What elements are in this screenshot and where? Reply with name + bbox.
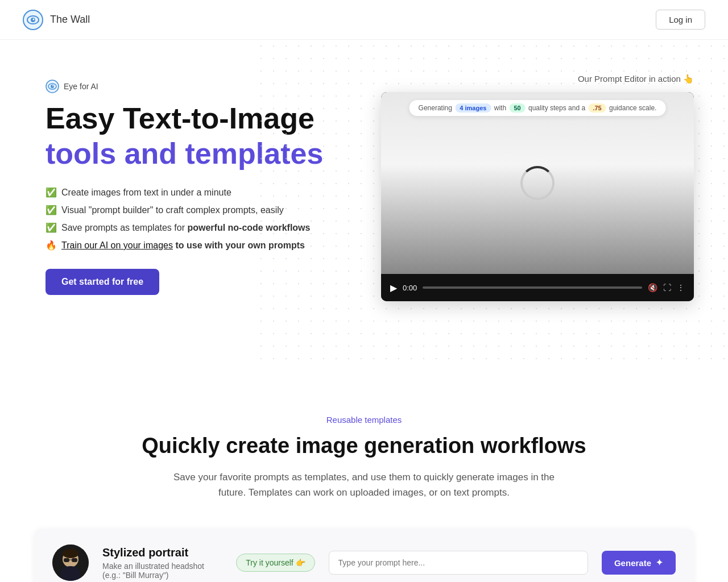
more-icon[interactable]: ⋮ xyxy=(677,283,685,292)
hero-headline-1: Easy Text-to-Image xyxy=(46,102,358,135)
hero-right: Our Prompt Editor in action 👆 Generating… xyxy=(381,74,694,301)
video-time: 0:00 xyxy=(403,284,417,292)
mute-icon[interactable]: 🔇 xyxy=(648,283,657,292)
cta-button[interactable]: Get started for free xyxy=(46,269,159,295)
feature-item-3: ✅ Save prompts as templates for powerful… xyxy=(46,222,358,233)
card-avatar xyxy=(52,544,89,581)
pill-steps: 50 xyxy=(509,103,525,113)
logo-icon xyxy=(23,10,43,30)
nav-left: The Wall xyxy=(23,10,90,30)
eyebrow: Eye for AI xyxy=(46,80,358,93)
templates-section: Reusable templates Quickly create image … xyxy=(0,369,728,582)
generate-label: Generate xyxy=(614,558,651,568)
card-title: Stylized portrait xyxy=(102,546,222,559)
template-card: Stylized portrait Make an illustrated he… xyxy=(34,529,694,582)
loading-spinner xyxy=(520,166,555,200)
prompt-input[interactable] xyxy=(329,551,588,575)
card-description: Make an illustrated headshot (e.g.: "Bil… xyxy=(102,562,222,580)
pill-images: 4 images xyxy=(455,103,491,113)
fullscreen-icon[interactable]: ⛶ xyxy=(663,283,671,292)
video-caption-bar: Generating 4 images with 50 quality step… xyxy=(410,100,666,116)
check-icon-2: ✅ xyxy=(46,205,57,215)
hero-headline-2: tools and templates xyxy=(46,137,358,171)
hero-left: Eye for AI Easy Text-to-Image tools and … xyxy=(46,74,358,295)
card-info: Stylized portrait Make an illustrated he… xyxy=(102,546,222,580)
video-label: Our Prompt Editor in action 👆 xyxy=(381,74,694,84)
pill-scale: .75 xyxy=(588,103,606,113)
feature-list: ✅ Create images from text in under a min… xyxy=(46,187,358,251)
app-title: The Wall xyxy=(50,14,90,26)
generate-button[interactable]: Generate ✦ xyxy=(602,551,676,575)
avatar-image xyxy=(52,544,89,581)
video-control-icons: 🔇 ⛶ ⋮ xyxy=(648,283,685,292)
navbar: The Wall Log in xyxy=(0,0,728,40)
check-icon-3: ✅ xyxy=(46,222,57,233)
hero-section: Eye for AI Easy Text-to-Image tools and … xyxy=(0,40,728,369)
video-preview: Generating 4 images with 50 quality step… xyxy=(381,92,694,274)
login-button[interactable]: Log in xyxy=(656,10,705,30)
svg-rect-11 xyxy=(64,558,69,562)
eyebrow-logo-icon xyxy=(46,80,59,93)
feature-item-2: ✅ Visual "prompt builder" to craft compl… xyxy=(46,205,358,215)
section-heading: Quickly create image generation workflow… xyxy=(23,434,705,458)
video-controls: ▶ 0:00 🔇 ⛶ ⋮ xyxy=(381,274,694,301)
svg-point-3 xyxy=(33,18,35,20)
play-button[interactable]: ▶ xyxy=(390,282,397,293)
svg-rect-12 xyxy=(72,558,77,562)
section-description: Save your favorite prompts as templates,… xyxy=(165,469,563,500)
try-it-badge[interactable]: Try it yourself 👉 xyxy=(236,554,315,572)
video-progress-bar[interactable] xyxy=(423,286,642,289)
svg-point-6 xyxy=(51,85,54,88)
feature-item-1: ✅ Create images from text in under a min… xyxy=(46,187,358,198)
train-ai-link[interactable]: Train our AI on your images xyxy=(61,240,173,250)
svg-point-7 xyxy=(52,85,53,86)
generate-icon: ✦ xyxy=(656,558,663,568)
check-icon-1: ✅ xyxy=(46,187,57,198)
video-container: Generating 4 images with 50 quality step… xyxy=(381,92,694,301)
section-tag: Reusable templates xyxy=(23,415,705,425)
feature-item-4: 🔥 Train our AI on your images to use wit… xyxy=(46,240,358,251)
fire-icon: 🔥 xyxy=(46,240,57,251)
eyebrow-text: Eye for AI xyxy=(64,82,98,91)
svg-point-10 xyxy=(63,549,78,558)
